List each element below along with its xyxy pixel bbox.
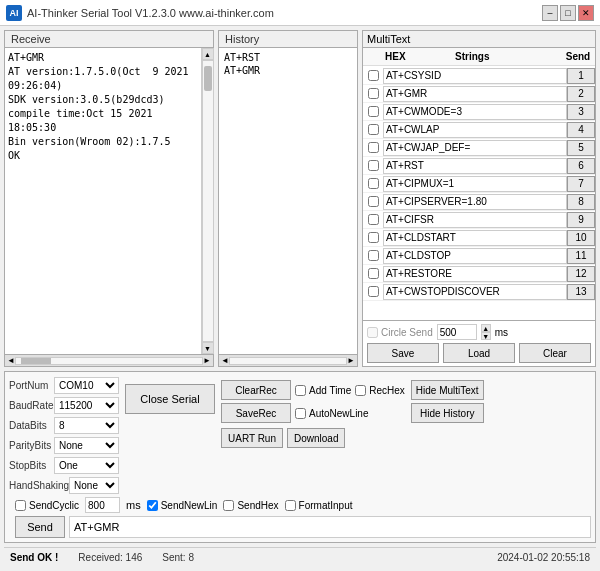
stopbits-select[interactable]: One <box>54 457 119 474</box>
close-serial-btn[interactable]: Close Serial <box>125 384 215 414</box>
baudrate-select[interactable]: 115200 <box>54 397 119 414</box>
mt-clear-btn[interactable]: Clear <box>519 343 591 363</box>
sendhex-check[interactable]: SendHex <box>223 500 278 511</box>
mt-checkbox-4[interactable] <box>363 142 383 153</box>
circle-send-check[interactable]: Circle Send <box>367 327 433 338</box>
maximize-button[interactable]: □ <box>560 5 576 21</box>
databits-select[interactable]: 8 <box>54 417 119 434</box>
mt-input-6[interactable] <box>383 176 567 192</box>
mt-input-4[interactable] <box>383 140 567 156</box>
mt-load-btn[interactable]: Load <box>443 343 515 363</box>
clearrec-btn[interactable]: ClearRec <box>221 380 291 400</box>
mt-checkbox-2[interactable] <box>363 106 383 117</box>
mt-input-1[interactable] <box>383 86 567 102</box>
hscroll-right-btn[interactable]: ► <box>203 356 211 365</box>
cyclic-ms-input[interactable] <box>85 497 120 513</box>
send-btn[interactable]: Send <box>15 516 65 538</box>
mt-send-btn-11[interactable]: 12 <box>567 266 595 282</box>
mt-check-0[interactable] <box>368 70 379 81</box>
receive-vscroll[interactable]: ▲ ▼ <box>201 48 213 354</box>
download-btn[interactable]: Download <box>287 428 345 448</box>
mt-checkbox-12[interactable] <box>363 286 383 297</box>
mt-send-btn-2[interactable]: 3 <box>567 104 595 120</box>
mt-send-btn-1[interactable]: 2 <box>567 86 595 102</box>
mt-checkbox-8[interactable] <box>363 214 383 225</box>
mt-send-btn-6[interactable]: 7 <box>567 176 595 192</box>
mt-send-btn-0[interactable]: 1 <box>567 68 595 84</box>
mt-checkbox-0[interactable] <box>363 70 383 81</box>
sendnewlin-checkbox[interactable] <box>147 500 158 511</box>
mt-send-btn-10[interactable]: 11 <box>567 248 595 264</box>
send-input[interactable] <box>69 516 591 538</box>
formatinput-check[interactable]: FormatInput <box>285 500 353 511</box>
paritybits-select[interactable]: None <box>54 437 119 454</box>
sendcyclic-checkbox[interactable] <box>15 500 26 511</box>
history-item[interactable]: AT+RST <box>222 51 354 64</box>
mt-check-11[interactable] <box>368 268 379 279</box>
mt-send-btn-12[interactable]: 13 <box>567 284 595 300</box>
mt-input-8[interactable] <box>383 212 567 228</box>
mt-checkbox-3[interactable] <box>363 124 383 135</box>
autonewline-check[interactable]: AutoNewLine <box>295 408 368 419</box>
addtime-check[interactable]: Add Time <box>295 385 351 396</box>
rechex-check[interactable]: RecHex <box>355 385 405 396</box>
circle-send-checkbox[interactable] <box>367 327 378 338</box>
history-item[interactable]: AT+GMR <box>222 64 354 77</box>
mt-send-btn-3[interactable]: 4 <box>567 122 595 138</box>
mt-input-0[interactable] <box>383 68 567 84</box>
mt-checkbox-9[interactable] <box>363 232 383 243</box>
uart-run-btn[interactable]: UART Run <box>221 428 283 448</box>
hscroll-left-btn[interactable]: ◄ <box>7 356 15 365</box>
mt-spin-up[interactable]: ▲ <box>481 324 491 332</box>
mt-check-8[interactable] <box>368 214 379 225</box>
mt-input-7[interactable] <box>383 194 567 210</box>
sendcyclic-check[interactable]: SendCyclic <box>15 500 79 511</box>
mt-send-btn-9[interactable]: 10 <box>567 230 595 246</box>
mt-check-2[interactable] <box>368 106 379 117</box>
mt-check-6[interactable] <box>368 178 379 189</box>
mt-send-btn-5[interactable]: 6 <box>567 158 595 174</box>
mt-check-3[interactable] <box>368 124 379 135</box>
autonewline-checkbox[interactable] <box>295 408 306 419</box>
mt-check-9[interactable] <box>368 232 379 243</box>
history-hscroll-left[interactable]: ◄ <box>221 356 229 365</box>
mt-send-btn-7[interactable]: 8 <box>567 194 595 210</box>
formatinput-checkbox[interactable] <box>285 500 296 511</box>
mt-input-2[interactable] <box>383 104 567 120</box>
mt-check-7[interactable] <box>368 196 379 207</box>
handshaking-select[interactable]: None <box>69 477 119 494</box>
mt-spin-down[interactable]: ▼ <box>481 332 491 340</box>
saverec-btn[interactable]: SaveRec <box>221 403 291 423</box>
mt-input-11[interactable] <box>383 266 567 282</box>
receive-hscroll[interactable]: ◄ ► <box>5 354 213 366</box>
mt-input-12[interactable] <box>383 284 567 300</box>
mt-send-btn-4[interactable]: 5 <box>567 140 595 156</box>
mt-checkbox-6[interactable] <box>363 178 383 189</box>
minimize-button[interactable]: – <box>542 5 558 21</box>
circle-ms-input[interactable] <box>437 324 477 340</box>
mt-checkbox-7[interactable] <box>363 196 383 207</box>
mt-input-10[interactable] <box>383 248 567 264</box>
vscroll-up-btn[interactable]: ▲ <box>202 48 214 60</box>
history-hscroll[interactable]: ◄ ► <box>219 354 357 366</box>
sendhex-checkbox[interactable] <box>223 500 234 511</box>
addtime-checkbox[interactable] <box>295 385 306 396</box>
mt-input-5[interactable] <box>383 158 567 174</box>
rechex-checkbox[interactable] <box>355 385 366 396</box>
mt-check-10[interactable] <box>368 250 379 261</box>
mt-checkbox-11[interactable] <box>363 268 383 279</box>
mt-checkbox-1[interactable] <box>363 88 383 99</box>
hide-multitext-btn[interactable]: Hide MultiText <box>411 380 484 400</box>
mt-check-1[interactable] <box>368 88 379 99</box>
mt-checkbox-5[interactable] <box>363 160 383 171</box>
portnum-select[interactable]: COM10 <box>54 377 119 394</box>
mt-checkbox-10[interactable] <box>363 250 383 261</box>
mt-send-btn-8[interactable]: 9 <box>567 212 595 228</box>
mt-check-5[interactable] <box>368 160 379 171</box>
sendnewlin-check[interactable]: SendNewLin <box>147 500 218 511</box>
close-button[interactable]: ✕ <box>578 5 594 21</box>
history-hscroll-right[interactable]: ► <box>347 356 355 365</box>
mt-input-9[interactable] <box>383 230 567 246</box>
hide-history-btn[interactable]: Hide History <box>411 403 484 423</box>
mt-input-3[interactable] <box>383 122 567 138</box>
